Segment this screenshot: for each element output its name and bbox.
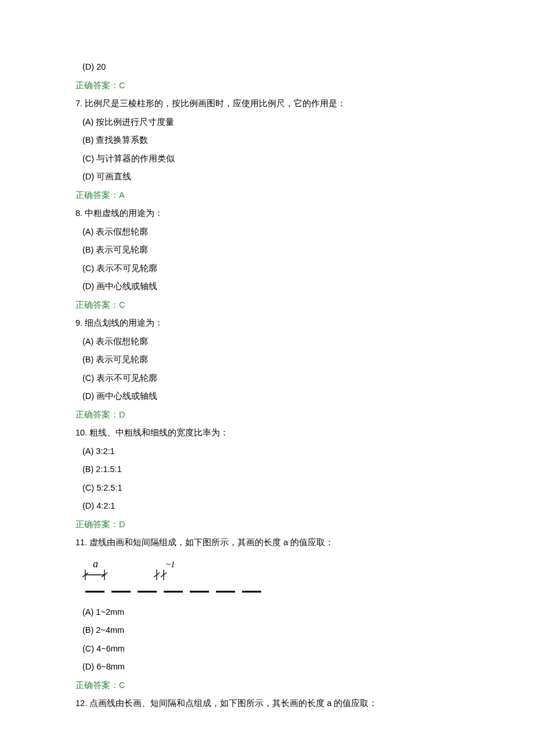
q8-option-d: (D) 画中心线或轴线 (82, 282, 534, 291)
q7-answer: 正确答案：A (75, 191, 534, 200)
q7-option-b: (B) 查找换算系数 (82, 136, 534, 145)
q6-option-d: (D) 20 (82, 63, 534, 71)
q11-figure: a ~1 (82, 557, 280, 597)
q11-answer: 正确答案：C (75, 681, 534, 690)
q7-option-a: (A) 按比例进行尺寸度量 (82, 118, 534, 127)
q8-stem: 8. 中粗虚线的用途为： (75, 209, 534, 218)
q9-stem: 9. 细点划线的用途为： (75, 319, 534, 327)
q9-option-d: (D) 画中心线或轴线 (82, 392, 534, 401)
q7-option-c: (C) 与计算器的作用类似 (82, 154, 534, 163)
q7-option-d: (D) 可画直线 (82, 172, 534, 181)
q11-option-b: (B) 2~4mm (82, 626, 534, 635)
q12-stem: 12. 点画线由长画、短间隔和点组成，如下图所示，其长画的长度 a 的值应取： (75, 699, 534, 708)
q11-figure-label-one: ~1 (166, 560, 175, 569)
q8-option-b: (B) 表示可见轮廓 (82, 246, 534, 254)
q8-answer: 正确答案：C (75, 301, 534, 309)
q10-answer: 正确答案：D (75, 520, 534, 529)
q9-option-c: (C) 表示不可见轮廓 (82, 374, 534, 383)
q10-option-d: (D) 4:2:1 (82, 502, 534, 510)
q8-option-a: (A) 表示假想轮廓 (82, 228, 534, 236)
q9-option-a: (A) 表示假想轮廓 (82, 337, 534, 346)
q10-option-a: (A) 3:2:1 (82, 447, 534, 456)
q11-option-d: (D) 6~8mm (82, 663, 534, 671)
q11-figure-label-a: a (93, 558, 98, 570)
q7-stem: 7. 比例尺是三棱柱形的，按比例画图时，应使用比例尺，它的作用是： (75, 99, 534, 108)
q10-option-b: (B) 2:1.5:1 (82, 465, 534, 474)
q8-option-c: (C) 表示不可见轮廓 (82, 264, 534, 273)
q11-option-c: (C) 4~6mm (82, 645, 534, 653)
q9-option-b: (B) 表示可见轮廓 (82, 355, 534, 364)
q6-answer: 正确答案：C (75, 81, 534, 90)
q9-answer: 正确答案：D (75, 411, 534, 419)
q10-stem: 10. 粗线、中粗线和细线的宽度比率为： (75, 429, 534, 437)
q11-option-a: (A) 1~2mm (82, 608, 534, 617)
q10-option-c: (C) 5:2.5:1 (82, 484, 534, 492)
q11-stem: 11. 虚线由画和短间隔组成，如下图所示，其画的长度 a 的值应取： (75, 538, 534, 547)
